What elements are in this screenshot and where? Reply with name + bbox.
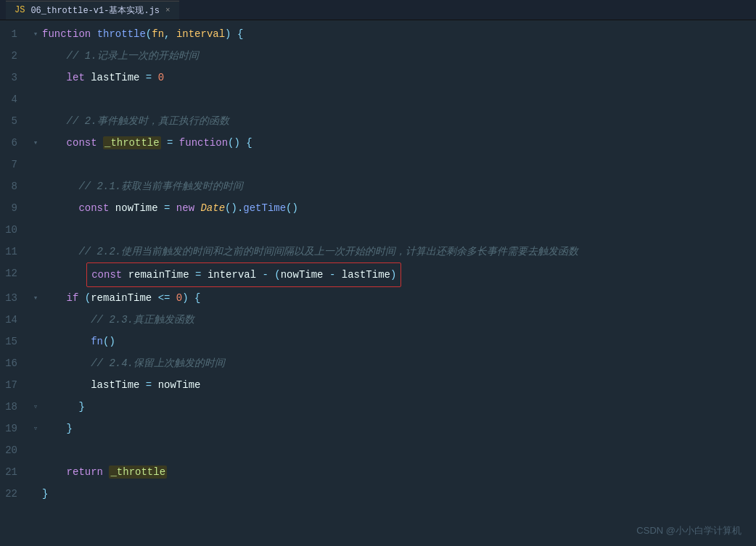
code-text: fn() xyxy=(42,331,756,352)
code-line-10: 10 xyxy=(0,219,756,241)
code-text: const _throttle = function() { xyxy=(42,132,756,154)
code-text: const remainTime = interval - (nowTime -… xyxy=(42,262,756,287)
fold-indicator[interactable]: ▿ xyxy=(29,396,42,418)
code-text: function throttle(fn, interval) { xyxy=(42,23,756,45)
code-text: } xyxy=(42,483,756,505)
line-number: 6 xyxy=(0,132,29,154)
line-number: 21 xyxy=(0,461,29,483)
code-text: } xyxy=(42,396,756,418)
code-line-11: 11 // 2.2.使用当前触发的时间和之前的时间间隔以及上一次开始的时间，计算… xyxy=(0,241,756,262)
code-line-20: 20 xyxy=(0,439,756,461)
code-line-3: 3 let lastTime = 0 xyxy=(0,67,756,88)
line-number: 4 xyxy=(0,88,29,110)
code-text: let lastTime = 0 xyxy=(42,67,756,88)
code-line-12: 12 const remainTime = interval - (nowTim… xyxy=(0,262,756,287)
code-line-18: 18▿ } xyxy=(0,396,756,418)
line-number: 20 xyxy=(0,439,29,461)
line-number: 22 xyxy=(0,483,29,505)
code-text: // 2.3.真正触发函数 xyxy=(42,309,756,331)
code-line-13: 13▾ if (remainTime <= 0) { xyxy=(0,287,756,309)
code-line-15: 15 fn() xyxy=(0,331,756,352)
code-text: return _throttle xyxy=(42,461,756,483)
code-content: 1▾function throttle(fn, interval) {2 // … xyxy=(0,20,756,546)
editor: 1▾function throttle(fn, interval) {2 // … xyxy=(0,20,756,546)
code-line-1: 1▾function throttle(fn, interval) { xyxy=(0,23,756,45)
line-number: 17 xyxy=(0,374,29,396)
code-text: // 2.4.保留上次触发的时间 xyxy=(42,352,756,374)
line-number: 13 xyxy=(0,287,29,309)
line-number: 11 xyxy=(0,241,29,262)
code-text: } xyxy=(42,418,756,439)
fold-indicator[interactable]: ▾ xyxy=(29,23,42,45)
line-number: 18 xyxy=(0,396,29,418)
code-line-17: 17 lastTime = nowTime xyxy=(0,374,756,396)
code-text: // 1.记录上一次的开始时间 xyxy=(42,45,756,67)
fold-indicator[interactable]: ▿ xyxy=(29,418,42,439)
line-number: 14 xyxy=(0,309,29,331)
code-line-4: 4 xyxy=(0,88,756,110)
tab-icon: JS xyxy=(15,5,25,15)
tab[interactable]: JS 06_throttle-v1-基本实现.js × xyxy=(6,1,179,20)
line-number: 19 xyxy=(0,418,29,439)
code-text: // 2.1.获取当前事件触发时的时间 xyxy=(42,175,756,197)
code-line-14: 14 // 2.3.真正触发函数 xyxy=(0,309,756,331)
line-number: 3 xyxy=(0,67,29,88)
code-line-7: 7 xyxy=(0,154,756,175)
line-number: 10 xyxy=(0,219,29,241)
line-number: 7 xyxy=(0,154,29,175)
tab-close[interactable]: × xyxy=(165,6,170,15)
line-number: 15 xyxy=(0,331,29,352)
code-text: const nowTime = new Date().getTime() xyxy=(42,197,756,219)
code-line-5: 5 // 2.事件触发时，真正执行的函数 xyxy=(0,110,756,132)
code-line-19: 19▿ } xyxy=(0,418,756,439)
code-text: // 2.事件触发时，真正执行的函数 xyxy=(42,110,756,132)
highlighted-code-box: const remainTime = interval - (nowTime -… xyxy=(86,262,401,287)
code-line-8: 8 // 2.1.获取当前事件触发时的时间 xyxy=(0,175,756,197)
tab-label: 06_throttle-v1-基本实现.js xyxy=(30,4,160,17)
line-number: 1 xyxy=(0,23,29,45)
line-number: 9 xyxy=(0,197,29,219)
code-text: lastTime = nowTime xyxy=(42,374,756,396)
line-number: 16 xyxy=(0,352,29,374)
code-line-2: 2 // 1.记录上一次的开始时间 xyxy=(0,45,756,67)
fold-indicator[interactable]: ▾ xyxy=(29,287,42,309)
line-number: 8 xyxy=(0,175,29,197)
code-line-21: 21 return _throttle xyxy=(0,461,756,483)
fold-indicator[interactable]: ▾ xyxy=(29,132,42,154)
code-line-16: 16 // 2.4.保留上次触发的时间 xyxy=(0,352,756,374)
code-line-22: 22} xyxy=(0,483,756,505)
title-bar: JS 06_throttle-v1-基本实现.js × xyxy=(0,0,756,20)
watermark: CSDN @小小白学计算机 xyxy=(636,524,741,537)
line-number: 5 xyxy=(0,110,29,132)
code-text: if (remainTime <= 0) { xyxy=(42,287,756,309)
code-line-6: 6▾ const _throttle = function() { xyxy=(0,132,756,154)
code-line-9: 9 const nowTime = new Date().getTime() xyxy=(0,197,756,219)
line-number: 2 xyxy=(0,45,29,67)
code-text: // 2.2.使用当前触发的时间和之前的时间间隔以及上一次开始的时间，计算出还剩… xyxy=(42,241,756,262)
line-number: 12 xyxy=(0,262,29,284)
